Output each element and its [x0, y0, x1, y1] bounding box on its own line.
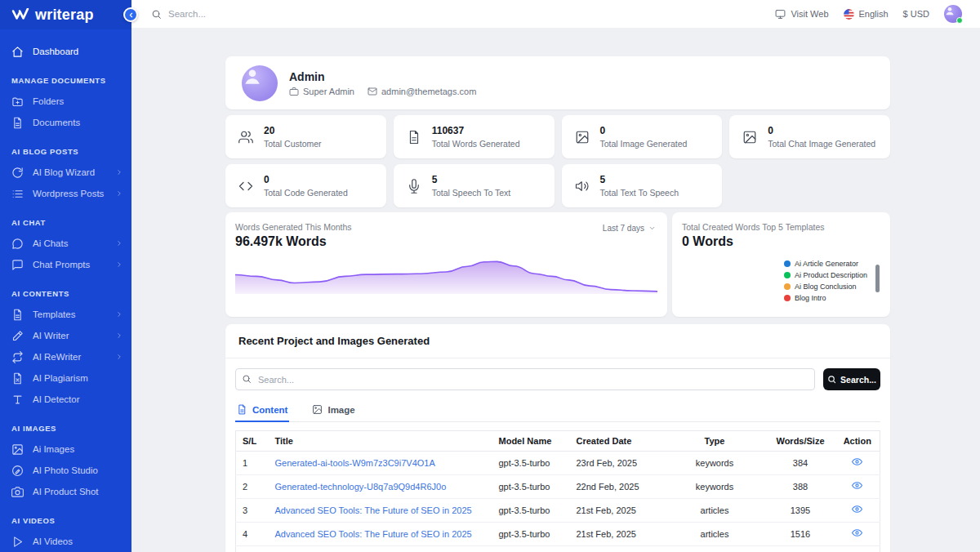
- sidebar-item-label: Dashboard: [33, 47, 78, 56]
- legend-label: Ai Product Description: [795, 271, 867, 279]
- topbar-search[interactable]: Search...: [151, 9, 206, 20]
- range-dropdown[interactable]: Last 7 days: [603, 224, 656, 233]
- project-title-link[interactable]: Generated-ai-tools-W9m7z3C9i7V4O1A: [275, 458, 435, 468]
- search-icon: [242, 374, 252, 384]
- sidebar-item-label: AI Writer: [33, 331, 69, 341]
- stat-total-words-generated: 110637 Total Words Generated: [394, 115, 555, 158]
- currency-label: $ USD: [903, 9, 929, 19]
- admin-avatar: [242, 65, 278, 101]
- table-search-input[interactable]: [235, 368, 815, 390]
- sidebar-item-label: AI Plagiarism: [33, 373, 88, 383]
- view-action-button[interactable]: [852, 504, 862, 517]
- projects-table: S/L Title Model Name Created Date Type W…: [235, 430, 880, 552]
- sidebar-item-ai-detector[interactable]: AI Detector: [11, 389, 131, 410]
- user-avatar[interactable]: [944, 5, 962, 23]
- cell-date: 21st Feb, 2025: [570, 546, 664, 552]
- project-title-link[interactable]: Generated-technology-U8q7a9Q9d4R6J0o: [275, 482, 447, 492]
- legend-scrollbar[interactable]: [875, 265, 880, 292]
- charts-row: Words Generated This Months 96.497k Word…: [225, 212, 890, 317]
- table-row: 2 Generated-technology-U8q7a9Q9d4R6J0o g…: [236, 475, 880, 499]
- sidebar-item-chat-prompts[interactable]: Chat Prompts: [11, 254, 131, 275]
- sidebar-item-dashboard[interactable]: Dashboard: [11, 41, 131, 62]
- table-search: [235, 368, 815, 390]
- chevron-right-icon: [115, 310, 123, 318]
- sidebar-item-ai-rewriter[interactable]: AI ReWriter: [11, 346, 131, 367]
- sidebar-item-label: AI ReWriter: [33, 352, 81, 362]
- project-title-link[interactable]: Advanced SEO Tools: The Future of SEO in…: [275, 529, 472, 539]
- chat-square-icon: [11, 259, 24, 271]
- person-icon: [242, 65, 263, 87]
- text-icon: [11, 394, 24, 406]
- stat-value: 0: [264, 174, 348, 185]
- language-selector[interactable]: English: [844, 9, 889, 20]
- visit-web-label: Visit Web: [791, 9, 828, 19]
- sidebar-item-ai-videos[interactable]: AI Videos: [11, 531, 131, 552]
- sidebar-item-label: AI Blog Wizard: [33, 167, 95, 177]
- chevron-right-icon: [115, 260, 123, 269]
- chart-title: Words Generated This Months: [235, 222, 657, 232]
- brand-logo-icon: [11, 8, 29, 21]
- stat-label: Total Image Generated: [600, 139, 688, 149]
- currency-selector[interactable]: $ USD: [903, 9, 929, 19]
- cell-model: gpt-3.5-turbo: [492, 523, 570, 546]
- tabs: Content Image: [235, 403, 880, 422]
- sidebar-item-templates[interactable]: Templates: [11, 304, 131, 325]
- sidebar-collapse-button[interactable]: [123, 7, 138, 22]
- sidebar-item-label: Chat Prompts: [33, 260, 90, 269]
- sidebar-item-ai-writer[interactable]: AI Writer: [11, 325, 131, 346]
- legend-item: Ai Product Description: [784, 269, 867, 281]
- cell-sl: 4: [236, 523, 269, 546]
- sidebar-item-documents[interactable]: Documents: [11, 112, 131, 133]
- sidebar-item-label: Wordpress Posts: [33, 189, 104, 198]
- sidebar-item-label: Ai Chats: [33, 238, 68, 248]
- speaker-icon: [575, 179, 590, 194]
- sidebar: writerap Dashboard MANAGE DOCUMENTS Fold…: [0, 0, 131, 552]
- sidebar-item-ai-blog-wizard[interactable]: AI Blog Wizard: [11, 162, 131, 183]
- stat-total-image-generated: 0 Total Image Generated: [562, 115, 723, 158]
- stat-total-chat-image-generated: 0 Total Chat Image Generated: [729, 115, 890, 158]
- words-generated-chart-card: Words Generated This Months 96.497k Word…: [225, 212, 667, 317]
- tab-image[interactable]: Image: [310, 403, 356, 421]
- cell-type: outlines: [664, 546, 766, 552]
- eye-icon: [852, 528, 862, 538]
- cell-type: keywords: [664, 475, 766, 499]
- cell-date: 21st Feb, 2025: [570, 499, 664, 523]
- project-title-link[interactable]: Advanced SEO Tools: The Future of SEO in…: [275, 505, 472, 515]
- sidebar-section-manage-documents: MANAGE DOCUMENTS: [11, 76, 131, 85]
- cell-model: gpt-3.5-turbo: [492, 499, 570, 523]
- tab-content[interactable]: Content: [235, 403, 289, 421]
- cell-date: 22nd Feb, 2025: [570, 475, 664, 499]
- sidebar-item-wordpress-posts[interactable]: Wordpress Posts: [11, 183, 131, 204]
- stat-value: 5: [432, 174, 511, 185]
- sidebar-item-label: Ai Images: [33, 444, 74, 454]
- sidebar-item-folders[interactable]: Folders: [11, 91, 131, 112]
- sidebar-item-ai-photo-studio[interactable]: AI Photo Studio: [11, 460, 131, 481]
- tab-label: Image: [327, 405, 354, 415]
- sidebar-item-ai-product-shot[interactable]: AI Product Shot: [11, 481, 131, 502]
- us-flag-icon: [844, 9, 854, 20]
- file-check-icon: [11, 372, 24, 385]
- cell-date: 21st Feb, 2025: [570, 523, 664, 546]
- chart-legend: Ai Article Generator Ai Product Descript…: [784, 258, 867, 304]
- search-button[interactable]: Search...: [823, 368, 880, 390]
- monitor-icon: [775, 9, 786, 20]
- view-action-button[interactable]: [852, 528, 862, 541]
- stat-label: Total Words Generated: [432, 139, 520, 149]
- table-row: 4 Advanced SEO Tools: The Future of SEO …: [236, 523, 880, 546]
- view-action-button[interactable]: [852, 456, 862, 470]
- sidebar-item-ai-images[interactable]: Ai Images: [11, 438, 131, 460]
- brand-name: writerap: [35, 7, 94, 24]
- visit-web-link[interactable]: Visit Web: [775, 9, 828, 20]
- brand-logo[interactable]: writerap: [0, 0, 131, 29]
- sidebar-item-ai-chats[interactable]: Ai Chats: [11, 233, 131, 254]
- table-row: 1 Generated-ai-tools-W9m7z3C9i7V4O1A gpt…: [236, 452, 880, 475]
- eye-icon: [852, 504, 862, 514]
- legend-label: Ai Blog Conclusion: [795, 283, 857, 291]
- sidebar-item-ai-plagiarism[interactable]: AI Plagiarism: [11, 367, 131, 389]
- area-chart: [235, 256, 657, 294]
- pen-icon: [11, 330, 24, 342]
- code-icon: [238, 179, 253, 194]
- chat-bubble-icon: [11, 238, 24, 250]
- stat-total-code-generated: 0 Total Code Generated: [225, 164, 386, 207]
- view-action-button[interactable]: [852, 480, 862, 493]
